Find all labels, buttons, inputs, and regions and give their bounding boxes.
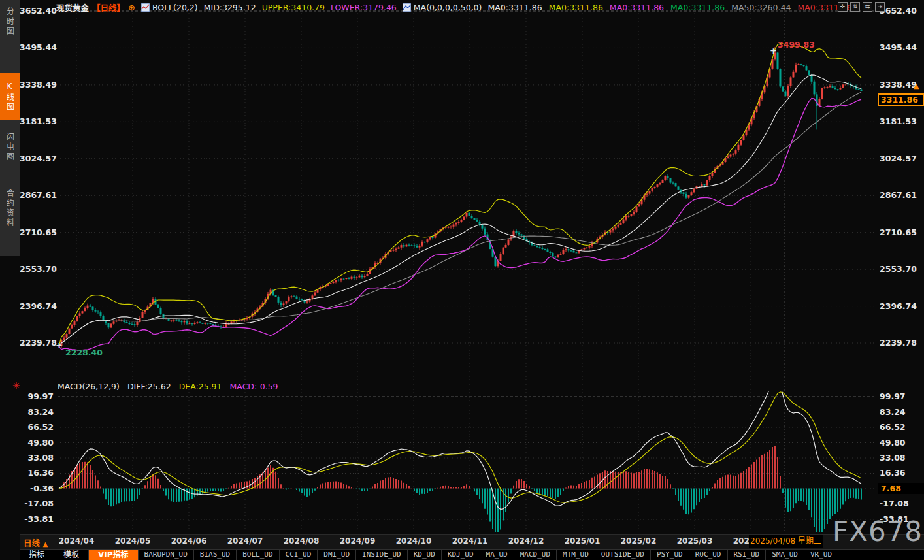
macd-axis-label-left: 83.24 [20,407,54,417]
sidebar-tab-2[interactable]: K线图 [0,73,20,120]
x-axis-label: 2025/03 [675,536,714,546]
toolbar-indicator-item[interactable]: DMI_UD [318,550,356,560]
boll-upper-value: UPPER:3410.79 [262,3,325,12]
toolbar-indicator-item[interactable]: KDJ_UD [442,550,480,560]
ma-value-1: MA0:3311.86 [549,3,603,12]
toolbar-indicator-item[interactable]: BOLL_UD [237,550,279,560]
toolbar-tab-3[interactable]: VIP指标 [89,550,139,560]
toolbar-indicator-item[interactable]: SMA_UD [766,550,804,560]
toolbar-indicator-item[interactable]: MTM_UD [557,550,595,560]
price-axis-label-left: 2396.74 [20,301,54,311]
ma-values: MA0:3311.86MA0:3311.86MA0:3311.86MA0:331… [487,3,851,12]
boll-mid-value: MID:3295.12 [204,3,256,12]
x-axis-label: 2024/12 [506,536,546,546]
price-axis-label-right: 3181.53 [880,116,923,126]
macd-settings-icon[interactable]: ✳ [12,380,20,391]
toolbar-indicator-item[interactable]: RSI_UD [728,550,767,560]
toolbar-indicator-item[interactable]: BARUPDN_UD [139,550,194,560]
macd-dea-value: DEA:25.91 [179,382,222,391]
macd-label: MACD(26,12,9) [58,382,120,391]
price-axis-label-right: 3495.44 [880,42,923,52]
x-axis-label: 2024/11 [450,536,489,546]
macd-axis-label-right: 83.24 [880,407,923,417]
price-axis-label-left: 3338.49 [20,80,54,90]
x-axis-label: 2024/07 [225,536,265,546]
high-cross-marker: + [770,46,777,56]
price-axis-label-left: 3652.40 [20,6,54,16]
macd-diff-value: DIFF:25.62 [127,382,171,391]
x-axis-label: 2024/10 [394,536,433,546]
price-axis-label-right: 3652.40 [880,6,923,16]
toolbar-tab-2[interactable]: 模板 [54,550,89,560]
toolbar-tab-1[interactable]: 指标 [20,550,54,560]
macd-hist-value: MACD:-0.59 [230,382,278,391]
macd-axis-label-left: 49.80 [20,438,54,448]
price-axis-label-left: 3024.57 [20,154,54,163]
toolbar-indicator-item[interactable]: VR_UD [804,550,838,560]
macd-axis-label-right: 16.36 [880,468,923,478]
x-axis-label: 2024/08 [282,536,321,546]
price-axis-label-left: 3495.44 [20,42,54,52]
toolbar-indicator-item[interactable]: INSIDE_UD [356,550,408,560]
macd-axis-label-right: 99.97 [880,391,923,401]
last-price-badge: 3311.86 [878,93,924,106]
price-axis-label-right: 2239.78 [880,338,923,348]
sidebar-tab-1[interactable]: 分时图 [0,3,20,41]
boll-indicator-icon[interactable] [141,3,150,12]
ma-label: MA(0,0,0,0,50,0) [414,3,482,12]
sidebar-tab-4[interactable]: 合约资料 [0,175,20,242]
macd-axis-label-left: 99.97 [20,391,54,401]
period-label[interactable]: 【日线】 [92,1,125,14]
x-axis-label: 2025/02 [619,536,658,546]
toolbar-indicator-item[interactable]: BIAS_UD [194,550,237,560]
macd-axis-label-right: 66.52 [880,422,923,432]
ma-indicator-icon[interactable] [403,3,411,12]
add-indicator-icon[interactable]: ⊕ [128,3,135,12]
price-axis-label-right: 2710.65 [880,227,923,237]
x-axis-label: 2024/06 [169,536,208,546]
macd-axis-label-left: 16.36 [20,468,54,478]
x-axis-label: 2024/04 [57,536,96,546]
price-axis-label-right: 2867.61 [880,190,923,200]
period-selector[interactable]: 日线 ▲ [24,536,48,549]
toolbar-indicator-item[interactable]: CCI_UD [280,550,318,560]
chart-window: 现货黄金 【日线】 ⊕ BOLL(20,2) MID:3295.12 UPPER… [0,0,924,560]
toolbar-indicator-item[interactable]: OUTSIDE_UD [595,550,651,560]
shift-right-icon[interactable]: ⇥ [875,2,885,12]
chart-toolbuttons: ✛⇅⇆⇥ [838,2,885,12]
toolbar-indicator-item[interactable]: ROC_UD [689,550,728,560]
macd-axis-label-left: -0.36 [20,484,54,493]
macd-axis-label-right: 49.80 [880,438,923,448]
toolbar-indicator-item[interactable]: MA_UD [480,550,514,560]
price-axis-label-right: 2553.70 [880,264,923,274]
toolbar-indicator-item[interactable]: PSY_UD [651,550,689,560]
macd-value-badge: 7.68 [878,483,924,494]
toolbar-indicator-item[interactable]: MACD_UD [514,550,557,560]
sidebar-tab-3[interactable]: 闪电图 [0,123,20,171]
toolbar-indicator-item[interactable]: KD_UD [408,550,442,560]
macd-axis-label-right: 33.08 [880,453,923,463]
watermark: FX678 [833,516,923,548]
macd-axis-label-left: -33.81 [20,514,54,524]
macd-axis-label-left: 33.08 [20,453,54,463]
price-axis-label-left: 3181.53 [20,116,54,126]
ma-value-0: MA0:3311.86 [487,3,542,12]
price-axis-label-right: 2396.74 [880,301,923,311]
boll-label: BOLL(20,2) [152,3,198,12]
price-axis-label-right: 3024.57 [880,154,923,163]
crosshair-date-tooltip: 2025/04/08 星期二 [749,535,823,548]
macd-axis-label-left: 66.52 [20,422,54,432]
high-price-annotation: 3499.83 [778,40,815,50]
period-selector-arrow-icon: ▲ [42,540,48,548]
chart-canvas[interactable] [0,0,924,560]
price-axis-label-left: 2553.70 [20,264,54,274]
zoom-x-axis-icon[interactable]: ⇆ [863,2,872,12]
macd-header: MACD(26,12,9) DIFF:25.62 DEA:25.91 MACD:… [58,382,278,391]
macd-axis-label-left: -17.08 [20,499,54,508]
indicator-toolbar: 指标模板VIP指标BARUPDN_UDBIAS_UDBOLL_UDCCI_UDD… [20,549,924,560]
ma-value-4: MA50:3260.44 [731,3,791,12]
pan-icon[interactable]: ✛ [838,2,848,12]
last-price-arrow-icon: ▲ [914,82,919,90]
low-cross-marker: + [56,340,63,350]
zoom-y-axis-icon[interactable]: ⇅ [850,2,860,12]
